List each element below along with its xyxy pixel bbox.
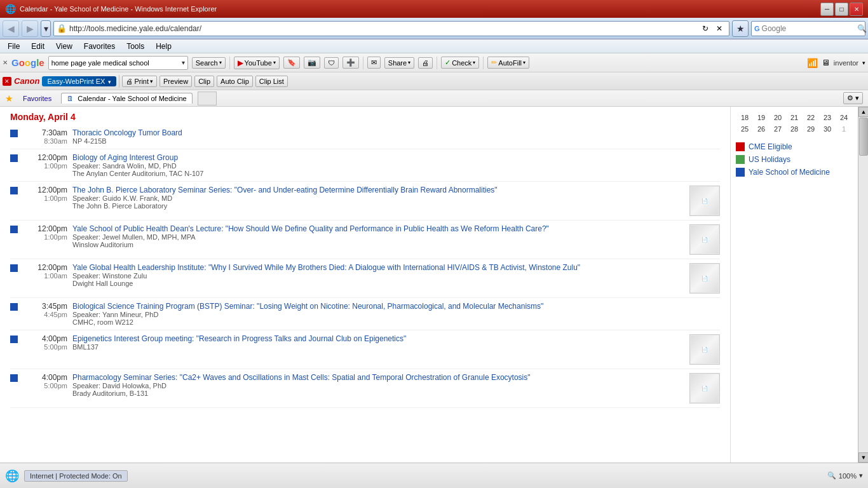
calendar-day[interactable]: 23 [820,112,834,123]
event-thumbnail[interactable]: 📄 [689,224,720,255]
plus-button[interactable]: ➕ [342,57,359,69]
close-toolbar-button[interactable]: ✕ [3,59,8,66]
back-button[interactable]: ◀ [3,20,19,37]
menu-view[interactable]: View [51,41,78,52]
event-title[interactable]: The John B. Pierce Laboratory Seminar Se… [72,186,684,194]
event-title[interactable]: Biological Science Training Program (BST… [72,302,720,311]
canon-close-button[interactable]: ✕ [3,77,11,86]
calendar-day[interactable]: 19 [754,112,768,123]
mail-button[interactable]: ✉ [367,57,381,69]
calendar-day[interactable]: 29 [804,123,818,135]
legend-label[interactable]: Yale School of Medicine [749,168,830,177]
menu-tools[interactable]: Tools [121,41,149,52]
canon-app-dropdown[interactable]: ▾ [108,79,111,85]
event-thumbnail[interactable]: 📄 [689,186,720,216]
event-time: 7:30am8:30am [23,128,67,145]
event-thumbnail[interactable]: 📄 [689,373,720,403]
scrollbar-down-button[interactable]: ▼ [858,452,868,463]
zoom-dropdown-icon[interactable]: ▾ [859,471,863,480]
status-mode-text: Internet | Protected Mode: On [24,470,128,482]
event-end-time: 8:30am [23,137,67,145]
calendar-day[interactable]: 26 [754,123,768,135]
maximize-button[interactable]: □ [835,3,848,16]
address-input-wrap: 🔒 ↻ ✕ [53,21,729,36]
menu-favorites[interactable]: Favorites [79,41,120,52]
event-title[interactable]: Biology of Aging Interest Group [72,153,720,162]
close-button[interactable]: ✕ [850,3,863,16]
event-title[interactable]: Epigenetics Interest Group meeting: "Res… [72,334,684,343]
calendar-legend: CME Eligible US Holidays Yale School of … [736,142,853,177]
calendar-day[interactable]: 27 [771,123,785,135]
favorites-settings-button[interactable]: ⚙ ▾ [843,92,863,104]
user-dropdown-icon[interactable]: ▾ [862,60,865,66]
address-input[interactable] [69,24,698,33]
thumbnail-preview: 📄 [691,374,719,402]
minimize-button[interactable]: ─ [820,3,834,16]
event-title[interactable]: Yale School of Public Health Dean's Lect… [72,224,684,233]
search-button[interactable]: Search ▾ [192,57,226,69]
calendar-day[interactable]: 24 [837,112,851,123]
sidebar: 181920212223242526272829301 CME Eligible… [731,107,858,463]
calendar-day[interactable]: 22 [804,112,818,123]
new-tab-button[interactable] [198,92,217,105]
address-go-button[interactable]: ↻ [698,22,712,36]
menu-help[interactable]: Help [151,41,177,52]
thumbnail-preview: 📄 [691,226,719,254]
dropdown-button[interactable]: ▾ [41,20,51,37]
check-label: Check [452,59,471,67]
bookmark-button[interactable]: 🔖 [283,57,300,69]
menu-edit[interactable]: Edit [26,41,50,52]
event-title[interactable]: Thoracic Oncology Tumor Board [72,128,720,137]
check-button[interactable]: ✓ Check ▾ [441,57,479,69]
event-details: Biology of Aging Interest GroupSpeaker: … [72,153,720,177]
calendar-day[interactable]: 30 [820,123,834,135]
event-speaker: Speaker: Winstone Zulu [72,272,684,280]
legend-label[interactable]: US Holidays [749,155,790,164]
google-toolbar-input[interactable] [51,59,182,67]
autofill-button[interactable]: ✏ AutoFill ▾ [487,57,529,69]
event-speaker: Speaker: David Holowka, PhD [72,382,684,390]
event-thumbnail[interactable]: 📄 [689,263,720,294]
shield-button[interactable]: 🛡 [324,57,339,69]
event-row: 7:30am8:30amThoracic Oncology Tumor Boar… [10,125,720,149]
calendar-day[interactable]: 20 [771,112,785,123]
canon-clip-label: Clip [198,78,210,85]
favorites-star-button[interactable]: ★ [732,20,749,37]
canon-preview-button[interactable]: Preview [159,76,192,87]
event-row: 12:00pm1:00pmThe John B. Pierce Laborato… [10,182,720,220]
forward-button[interactable]: ▶ [22,20,38,37]
calendar-day[interactable]: 1 [837,123,851,135]
toolbar-sep-1 [229,57,230,69]
favorites-tab[interactable]: 🗓 Calendar - Yale School of Medicine [61,93,192,104]
menu-file[interactable]: File [3,41,25,52]
event-details: The John B. Pierce Laboratory Seminar Se… [72,186,684,210]
calendar-day[interactable]: 21 [787,112,801,123]
canon-print-button[interactable]: 🖨 Print ▾ [122,76,157,87]
search-go-button[interactable]: 🔍 [857,24,867,33]
address-stop-button[interactable]: ✕ [712,22,726,36]
calendar-day[interactable]: 25 [738,123,752,135]
camera-button[interactable]: 📷 [304,57,320,69]
calendar-day[interactable]: 18 [738,112,752,123]
print-icon-button[interactable]: 🖨 [418,57,433,69]
event-thumbnail[interactable]: 📄 [689,334,720,365]
scrollbar-up-button[interactable]: ▲ [858,107,868,117]
event-title[interactable]: Yale Global Health Leadership Institute:… [72,263,684,272]
legend-label[interactable]: CME Eligible [749,142,792,151]
canon-clip-button[interactable]: Clip [194,76,214,87]
canon-clip-list-button[interactable]: Clip List [255,76,288,87]
calendar-day[interactable]: 28 [787,123,801,135]
youtube-button[interactable]: ▶ YouTube ▾ [234,57,280,69]
search-input[interactable] [762,24,857,33]
event-row: 3:45pm4:45pmBiological Science Training … [10,298,720,330]
event-details: Yale School of Public Health Dean's Lect… [72,224,684,248]
event-row: 4:00pm5:00pmPharmacology Seminar Series:… [10,369,720,408]
event-list: 7:30am8:30amThoracic Oncology Tumor Boar… [0,125,730,408]
canon-auto-clip-button[interactable]: Auto Clip [217,76,253,87]
event-end-time: 1:00pm [23,162,67,170]
toolbar-dropdown-arrow[interactable]: ▾ [182,59,185,66]
share-button[interactable]: Share ▾ [384,57,414,69]
favorites-label[interactable]: Favorites [18,93,56,104]
event-title[interactable]: Pharmacology Seminar Series: "Ca2+ Waves… [72,373,684,382]
scrollbar-thumb[interactable] [859,118,868,156]
